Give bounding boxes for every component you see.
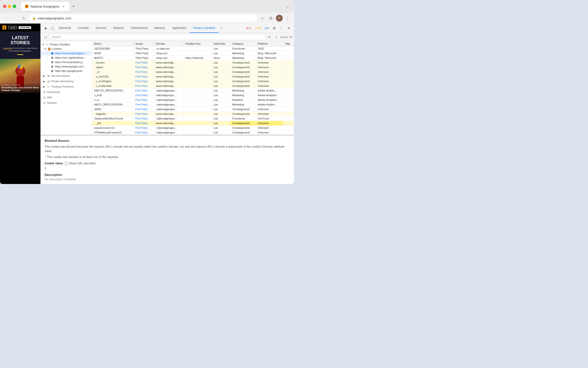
- address-bar[interactable]: 🔒 nationalgeographic.com: [29, 14, 257, 22]
- tree-url-5[interactable]: ⬤ https://tpc.googlesyndi...: [41, 69, 92, 73]
- tree-privacy-sandbox-root[interactable]: ▼ ⬡ Privacy Sandbox: [41, 42, 92, 47]
- table-row[interactable]: AMCVS_5BFD123F524...First Party.national…: [92, 88, 294, 93]
- bookmark-button[interactable]: ☆: [259, 15, 266, 22]
- table-row[interactable]: ↑s_ensCDSFirst Partywww.nationalg...LaxU…: [92, 74, 294, 79]
- cookie-platform-cell: J2EE: [256, 46, 283, 51]
- tab-application[interactable]: Application: [169, 24, 190, 33]
- col-samesite[interactable]: SameSite: [211, 41, 230, 46]
- cookie-platform-cell: Adobe Audien...: [256, 88, 283, 93]
- devtools-more-button[interactable]: ⋮: [278, 25, 285, 31]
- devtools-device-button[interactable]: ◯: [49, 25, 55, 31]
- download-button[interactable]: ⇩: [273, 34, 279, 40]
- tree-wiki[interactable]: 📖 Wiki: [41, 95, 92, 100]
- error-count-badge[interactable]: ⊘ 4: [245, 26, 252, 30]
- forward-button[interactable]: →: [12, 15, 19, 22]
- tree-cookies[interactable]: ▼ 🍪 Cookies: [41, 47, 92, 51]
- new-tab-button[interactable]: +: [70, 3, 77, 10]
- col-domain[interactable]: Domain: [154, 41, 183, 46]
- devtools-table-area: Name Scope Domain Partition Key SameSite…: [92, 41, 294, 134]
- table-row[interactable]: ↑s_ensRegionFirst Partywww.nationalg...L…: [92, 79, 294, 84]
- subscribe-link[interactable]: Subscribe: [3, 47, 12, 49]
- info-count-badge[interactable]: ℹ 87: [263, 26, 271, 30]
- tree-url-2[interactable]: ⬤ https://cdn.registerdisne...: [41, 55, 92, 60]
- col-http[interactable]: Http: [283, 41, 294, 46]
- col-scope[interactable]: Scope: [133, 41, 154, 46]
- cookie-http-cell: [283, 84, 294, 88]
- back-button[interactable]: ←: [3, 15, 10, 22]
- cookie-samesite-cell: Lax: [211, 60, 230, 65]
- cookie-scope-cell: First Party: [133, 126, 154, 130]
- table-row[interactable]: eupubconsent-v2First Party.nationalgeogr…: [92, 126, 294, 130]
- tree-private-advertising[interactable]: ▶ 📊 Private Advertising: [41, 79, 92, 84]
- cookie-partition-key-cell: [183, 126, 211, 130]
- filter-icon[interactable]: ⊿: [43, 34, 49, 40]
- tab-sources[interactable]: Sources: [92, 24, 110, 33]
- table-row[interactable]: ↑regionFirst Partywww.nationalg...LaxUnc…: [92, 65, 294, 70]
- cookie-domain-cell: .nationalgeogra...: [154, 130, 183, 135]
- table-row[interactable]: SWIDFirst Party.nationalgeogra...LaxUnca…: [92, 107, 294, 112]
- tree-url-1-label: https://www.nationalgeoc...: [55, 52, 87, 55]
- tree-dashboard[interactable]: ⊞ Dashboard: [41, 89, 92, 95]
- site-boundaries-icon: ⊞: [47, 74, 50, 78]
- cookie-scope-cell: First Party: [133, 88, 154, 93]
- cookie-scope-cell: First Party: [133, 65, 154, 70]
- tree-url-3[interactable]: ⬤ https://securepubads.g...: [41, 60, 92, 64]
- table-row[interactable]: ↑_nrFirst Partywww.nationalg...LaxUncate…: [92, 70, 294, 74]
- tab-network[interactable]: Network: [110, 24, 127, 33]
- table-row[interactable]: MSPTCThird Party.bing.comhttps://nationa…: [92, 56, 294, 60]
- cookie-platform-cell: Unknown: [256, 121, 283, 126]
- tree-tracking-protection-label: Tracking Protection: [51, 85, 74, 88]
- settings-button[interactable]: ⚙: [271, 25, 277, 31]
- show-url-decoded-checkbox[interactable]: [65, 162, 68, 165]
- close-button[interactable]: [3, 5, 6, 8]
- table-row[interactable]: JSESSIONIDThird Party.nr-data.netLaxFunc…: [92, 46, 294, 51]
- tab-privacy-sandbox[interactable]: Privacy Sandbox: [190, 24, 219, 33]
- devtools-settings-icons: ⚙ ⋮ ✕: [271, 25, 292, 31]
- menu-button[interactable]: ⋮: [284, 15, 291, 22]
- profile-button[interactable]: P: [276, 15, 283, 22]
- devtools-inspect-button[interactable]: ▶: [43, 25, 49, 31]
- col-name[interactable]: Name: [92, 41, 133, 46]
- subscribe-button[interactable]: SUBSCRIBE: [19, 26, 31, 29]
- table-row[interactable]: ↑countryFirst Partywww.nationalg...LaxUn…: [92, 60, 294, 65]
- table-row[interactable]: ↑loggedinFirst Partywww.nationalg...LaxU…: [92, 112, 294, 116]
- col-platform[interactable]: Platform: [256, 41, 283, 46]
- extensions-button[interactable]: ◘: [268, 15, 274, 22]
- col-category[interactable]: Category: [230, 41, 256, 46]
- table-row[interactable]: s_ecidFirst Partynationalgeogra...LaxMar…: [92, 93, 294, 98]
- table-row[interactable]: OptanonAlertBoxClosedFirst Party.nationa…: [92, 116, 294, 121]
- col-partition-key[interactable]: Partition Key: [183, 41, 211, 46]
- tab-expand-button[interactable]: ⌄: [284, 3, 291, 10]
- browser-tab[interactable]: N National Geographic ✕: [21, 2, 69, 11]
- maximize-button[interactable]: [13, 5, 16, 8]
- tab-close-button[interactable]: ✕: [61, 4, 65, 8]
- table-row[interactable]: AMCV_5BFD123F5245...First Party.national…: [92, 102, 294, 107]
- devtools-close-button[interactable]: ✕: [286, 25, 292, 31]
- table-row[interactable]: ↑s_ensNonlabFirst Partywww.nationalg...L…: [92, 84, 294, 88]
- tab-elements[interactable]: Elements: [55, 24, 74, 33]
- table-row[interactable]: MUIDThird Party.bing.comLaxMarketingBing…: [92, 51, 294, 56]
- tree-site-boundaries[interactable]: ▶ ⊞ Site Boundaries: [41, 73, 92, 79]
- refresh-button[interactable]: ↻: [267, 34, 272, 40]
- devtools-panel: ▶ ◯ Elements Console Sources Network Per…: [40, 24, 294, 184]
- tab-console[interactable]: Console: [74, 24, 92, 33]
- cookie-platform-cell: Unknown: [256, 60, 283, 65]
- tree-url-1[interactable]: ⬤ https://www.nationalgeoc...: [41, 51, 92, 55]
- warning-count-badge[interactable]: ⚠ 95: [253, 26, 262, 30]
- tab-performance[interactable]: Performance: [127, 24, 151, 33]
- tree-settings[interactable]: ⚙ Settings: [41, 100, 92, 105]
- table-row[interactable]: OTAdditionalConsentS...First Party.natio…: [92, 130, 294, 135]
- cookie-http-cell: [283, 74, 294, 79]
- tab-memory[interactable]: Memory: [151, 24, 169, 33]
- tree-url-4-label: https://www.google.com...: [55, 65, 86, 68]
- minimize-button[interactable]: [8, 5, 11, 8]
- table-row[interactable]: s_ccFirst Party.nationalgeogra...LaxAnal…: [92, 98, 294, 102]
- devtools-bottom-panel: Blocked Reason This cookie was blocked b…: [41, 135, 294, 184]
- devtools-more-tabs[interactable]: »: [219, 26, 224, 30]
- tree-url-4[interactable]: ⬤ https://www.google.com...: [41, 64, 92, 69]
- reload-button[interactable]: ↻: [21, 15, 27, 22]
- table-row[interactable]: ↑_dcfFirst Partywww.nationalg...LaxUncat…: [92, 121, 294, 126]
- search-input[interactable]: [49, 34, 266, 40]
- tree-tracking-protection[interactable]: ▶ 🛡 Tracking Protection: [41, 84, 92, 89]
- login-button[interactable]: LOGIN: [8, 26, 17, 29]
